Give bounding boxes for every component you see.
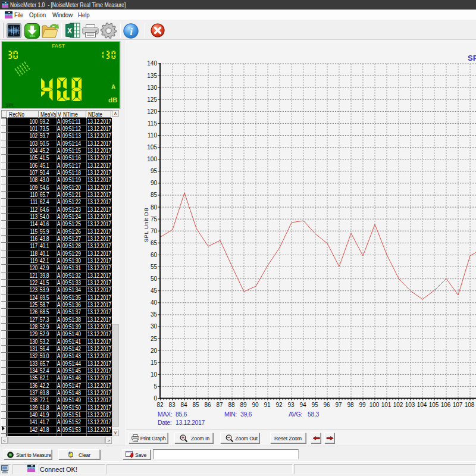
svg-text:97: 97 [335,402,342,408]
svg-text:60: 60 [151,252,158,258]
svg-text:85: 85 [192,402,199,408]
svg-text:104: 104 [417,402,427,408]
svg-text:20: 20 [151,347,158,354]
svg-text:88: 88 [228,402,235,408]
svg-text:99: 99 [359,402,366,408]
svg-text:107: 107 [453,402,463,408]
svg-text:40: 40 [151,299,158,306]
svg-text:84: 84 [180,402,187,408]
svg-text:102: 102 [393,402,403,408]
svg-text:70: 70 [151,228,158,234]
svg-text:95: 95 [151,168,158,174]
svg-text:115: 115 [148,120,157,127]
svg-text:108: 108 [465,402,475,408]
svg-text:65: 65 [151,240,158,246]
svg-text:X: X [67,27,72,35]
svg-text:103: 103 [405,402,415,408]
svg-text:91: 91 [264,402,271,408]
svg-text:SPL Unit DB: SPL Unit DB [143,208,149,242]
svg-text:105: 105 [147,144,157,151]
svg-text:86: 86 [204,402,211,408]
svg-text:45: 45 [151,287,158,294]
svg-text:120: 120 [147,108,157,115]
svg-text:87: 87 [216,402,223,408]
svg-text:30: 30 [151,323,158,330]
svg-text:100: 100 [369,402,380,408]
svg-text:89: 89 [240,402,247,408]
svg-text:125: 125 [147,96,157,103]
svg-text:95: 95 [311,402,318,408]
svg-text:100: 100 [147,156,157,162]
svg-text:83: 83 [168,402,176,408]
svg-text:i: i [130,26,133,37]
svg-text:35: 35 [151,311,158,318]
svg-text:82: 82 [156,402,164,408]
svg-text:55: 55 [151,264,158,270]
svg-text:50: 50 [151,275,158,282]
svg-text:96: 96 [323,402,330,408]
svg-text:.MEL: .MEL [29,35,36,37]
svg-text:98: 98 [347,402,354,408]
svg-text:106: 106 [441,402,451,408]
svg-text:94: 94 [299,402,306,408]
svg-text:101: 101 [381,402,392,408]
svg-text:5: 5 [154,383,157,390]
svg-text:105: 105 [429,402,439,408]
svg-text:25: 25 [151,336,158,342]
svg-text:10: 10 [151,371,158,378]
svg-text:130: 130 [147,84,157,91]
svg-text:85: 85 [151,192,158,198]
svg-text:93: 93 [287,402,295,408]
svg-text:110: 110 [148,132,157,139]
svg-text:92: 92 [275,402,283,408]
svg-text:90: 90 [252,402,259,408]
svg-text:15: 15 [151,359,158,366]
svg-text:135: 135 [147,73,157,79]
svg-text:0: 0 [154,395,157,402]
svg-text:140: 140 [147,60,157,67]
svg-text:80: 80 [151,204,158,211]
svg-text:90: 90 [151,180,158,186]
svg-text:75: 75 [151,216,158,223]
